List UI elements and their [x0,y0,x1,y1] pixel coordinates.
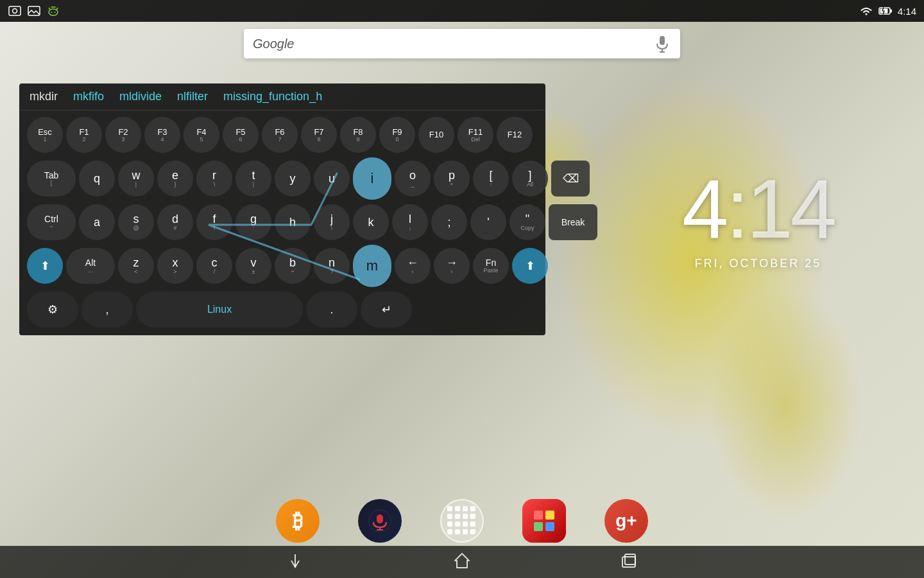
key-b[interactable]: b÷ [275,248,311,284]
key-f8[interactable]: F89 [340,117,376,153]
key-r[interactable]: r\ [196,161,232,197]
key-esc[interactable]: Esc1 [27,117,63,153]
nav-recents[interactable] [610,547,648,578]
key-j[interactable]: j\ [314,204,350,240]
bitcoin-app-icon[interactable]: ₿ [276,499,320,543]
key-l[interactable]: l↓ [392,204,428,240]
key-f10[interactable]: F10 [418,117,454,153]
key-dquote[interactable]: "Copy [509,204,545,240]
key-break[interactable]: Break [549,204,597,240]
key-n[interactable]: n? [314,248,350,284]
nav-bar [0,546,924,578]
wifi-icon [859,4,873,18]
key-f12[interactable]: F12 [497,117,533,153]
key-x[interactable]: x> [157,248,193,284]
zxcv-row: ⬆ Alt... z< x> c/ v± b÷ n? m ←‹ →› FnPas… [27,245,538,287]
key-fn[interactable]: FnPaste [473,248,509,284]
suggestion-bar: mkdir mkfifo mldivide nlfilter missing_f… [19,83,545,110]
clock-widget: 4:14 FRI, OCTOBER 25 [682,167,834,270]
key-e[interactable]: e} [157,161,193,197]
svg-rect-19 [534,511,543,520]
key-p[interactable]: p+ [434,161,470,197]
svg-point-6 [51,12,53,13]
key-f4[interactable]: F45 [184,117,219,153]
dock: ₿ g+ [0,499,924,543]
suggestion-mkfifo[interactable]: mkfifo [73,90,104,103]
status-bar: 4:14 [0,0,924,22]
key-h[interactable]: h [275,204,311,240]
key-period[interactable]: . [306,292,357,328]
key-a[interactable]: a [79,204,115,240]
key-backspace[interactable]: ⌫ [551,161,590,197]
svg-rect-16 [377,514,383,523]
key-f2[interactable]: F23 [105,117,141,153]
suggestion-missing[interactable]: missing_function_h [223,90,322,103]
key-q[interactable]: q [79,161,115,197]
key-i[interactable]: i [353,157,391,200]
status-bar-right: 4:14 [859,4,916,18]
keyboard-keys: Esc1 F12 F23 F34 F45 F56 F67 F78 F89 F90… [19,110,545,335]
key-c[interactable]: c/ [196,248,232,284]
svg-rect-0 [9,6,21,15]
key-g[interactable]: g: [235,204,271,240]
key-comma[interactable]: , [81,292,133,328]
key-space[interactable]: Linux [136,292,303,328]
apps-icon[interactable] [522,499,566,543]
nav-back[interactable] [276,547,314,578]
suggestion-mldivide[interactable]: mldivide [119,90,162,103]
key-f9[interactable]: F90 [379,117,415,153]
key-f7[interactable]: F78 [301,117,337,153]
key-k[interactable]: k [353,204,389,240]
image-icon [27,4,41,18]
nav-home[interactable] [443,547,481,578]
svg-rect-2 [28,6,40,15]
mic-app-icon[interactable] [358,499,402,543]
key-right-arrow[interactable]: →› [434,248,470,284]
key-y[interactable]: y [275,161,311,197]
clock-minutes: 14 [746,162,834,256]
key-ctrl[interactable]: Ctrl~ [27,204,76,240]
clock-date: FRI, OCTOBER 25 [682,257,834,270]
key-v[interactable]: v± [235,248,271,284]
key-o[interactable]: o_ [395,161,431,197]
key-left-arrow[interactable]: ←‹ [395,248,431,284]
key-d[interactable]: d# [157,204,193,240]
key-m[interactable]: m [353,245,391,287]
svg-rect-12 [660,36,665,45]
key-s[interactable]: s@ [118,204,154,240]
asdf-row: Ctrl~ a s@ d# f! g: h j\ k l↓ ; ' "Copy … [27,204,538,240]
gplus-icon[interactable]: g+ [604,499,648,543]
key-shift-right[interactable]: ⬆ [512,248,548,284]
key-f1[interactable]: F12 [66,117,102,153]
key-f11[interactable]: F11Del [458,117,493,153]
app-launcher-icon[interactable] [440,499,484,543]
key-z[interactable]: z< [118,248,154,284]
key-u[interactable]: u [314,161,350,197]
key-alt[interactable]: Alt... [66,248,115,284]
key-t[interactable]: t| [235,161,271,197]
search-bar[interactable]: Google [244,29,680,58]
key-f5[interactable]: F56 [223,117,259,153]
screenshot-icon [8,4,22,18]
key-f6[interactable]: F67 [262,117,298,153]
status-clock: 4:14 [898,6,916,17]
key-semicolon[interactable]: ; [431,204,467,240]
android-icon [46,4,60,18]
key-lbracket[interactable]: [↑ [473,161,509,197]
suggestion-mkdir[interactable]: mkdir [30,90,58,103]
status-bar-left [8,4,60,18]
key-f[interactable]: f! [196,204,232,240]
suggestion-nlfilter[interactable]: nlfilter [177,90,208,103]
function-key-row: Esc1 F12 F23 F34 F45 F56 F67 F78 F89 F90… [27,117,538,153]
key-f3[interactable]: F34 [144,117,180,153]
svg-line-5 [56,8,58,10]
key-shift-left[interactable]: ⬆ [27,248,63,284]
key-enter[interactable]: ↵ [361,292,412,328]
key-quote[interactable]: ' [470,204,506,240]
keyboard-container: mkdir mkfifo mldivide nlfilter missing_f… [19,83,545,335]
key-rbracket[interactable]: ]All [512,161,548,197]
key-w[interactable]: w| [118,161,154,197]
mic-icon[interactable] [653,35,671,53]
key-tab[interactable]: Tab[ [27,161,76,197]
key-settings[interactable]: ⚙ [27,292,78,328]
